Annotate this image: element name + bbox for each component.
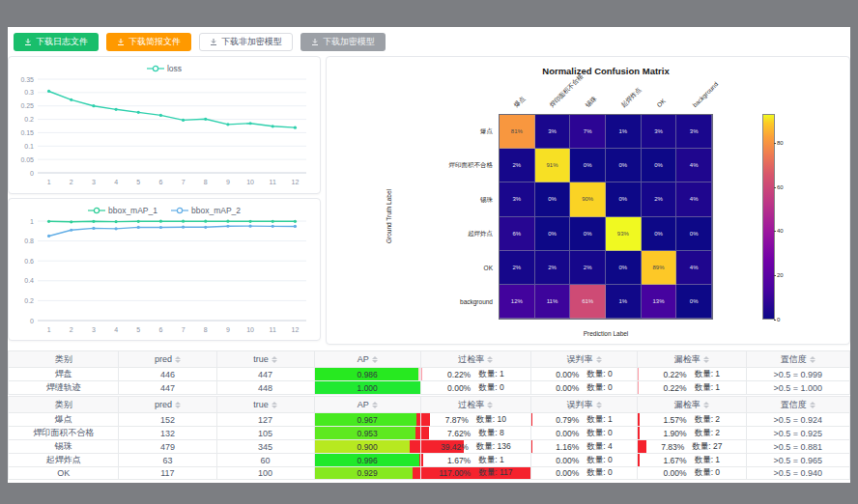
svg-text:10: 10 bbox=[246, 179, 254, 185]
legend-line-icon bbox=[88, 207, 105, 214]
column-header-inner[interactable]: 漏检率 bbox=[638, 353, 746, 366]
rate-pct: 117.00% bbox=[439, 468, 471, 478]
matrix-cell: 4% bbox=[676, 182, 712, 216]
column-header-inner[interactable]: 过检率 bbox=[421, 399, 530, 411]
class-cell: OK bbox=[9, 467, 119, 480]
column-header-label: pred bbox=[155, 400, 172, 409]
legend-item-bbox_mAP_1[interactable]: bbox_mAP_1 bbox=[88, 206, 157, 215]
column-header-inner[interactable]: 误判率 bbox=[531, 399, 637, 411]
column-header-label: true bbox=[253, 400, 269, 409]
matrix-col-label: background bbox=[691, 80, 720, 109]
rate-pct: 0.22% bbox=[664, 383, 687, 393]
rate-pct: 7.83% bbox=[661, 442, 684, 452]
sort-carets-icon[interactable] bbox=[487, 402, 493, 408]
sort-carets-icon[interactable] bbox=[596, 356, 602, 363]
download-log-button[interactable]: 下载日志文件 bbox=[14, 33, 99, 51]
column-header-置信度[interactable]: 置信度 bbox=[746, 351, 849, 368]
ap-cell: 0.967 bbox=[314, 413, 420, 427]
matrix-cell: 11% bbox=[535, 285, 571, 319]
rate-count: 数量: 2 bbox=[695, 428, 720, 439]
download-report-button[interactable]: 下载简报文件 bbox=[106, 33, 191, 51]
missdetect-cell: 1.67%数量: 1 bbox=[638, 454, 747, 467]
main-content: 下载日志文件 下载简报文件 下载非加密模型 下载加密模型 loss 00.050… bbox=[8, 27, 850, 483]
column-header-inner[interactable]: 误判率 bbox=[531, 353, 637, 366]
sort-carets-icon[interactable] bbox=[175, 356, 181, 363]
ap-bar-cell: 1.000 bbox=[315, 381, 420, 394]
svg-text:3: 3 bbox=[92, 326, 96, 333]
rate-count: 数量: 27 bbox=[692, 441, 722, 453]
sort-carets-icon[interactable] bbox=[703, 402, 709, 408]
overdetect-cell: 7.87%数量: 10 bbox=[420, 413, 530, 427]
column-header-过检率[interactable]: 过检率 bbox=[420, 351, 530, 368]
sort-carets-icon[interactable] bbox=[272, 402, 277, 408]
column-header-漏检率[interactable]: 漏检率 bbox=[638, 351, 747, 368]
rate-count: 数量: 0 bbox=[586, 428, 612, 439]
rate-pct: 1.90% bbox=[664, 429, 687, 438]
column-header-inner[interactable]: 过检率 bbox=[421, 353, 530, 366]
download-encrypted-model-button[interactable]: 下载加密模型 bbox=[300, 33, 386, 51]
column-header-inner[interactable]: AP bbox=[315, 354, 420, 364]
column-header-inner[interactable]: 置信度 bbox=[747, 399, 849, 411]
svg-text:11: 11 bbox=[270, 326, 276, 333]
sort-carets-icon[interactable] bbox=[175, 402, 181, 408]
download-unencrypted-model-button[interactable]: 下载非加密模型 bbox=[199, 33, 293, 51]
column-header-true[interactable]: true bbox=[216, 351, 314, 368]
matrix-cell: 13% bbox=[642, 285, 677, 319]
rate-bar-cell: 117.00%数量: 117 bbox=[421, 467, 530, 479]
column-header-inner[interactable]: 漏检率 bbox=[638, 399, 746, 411]
column-header-inner[interactable]: 置信度 bbox=[747, 353, 849, 366]
rate-text: 0.22%数量: 1 bbox=[638, 368, 746, 380]
column-header-过检率[interactable]: 过检率 bbox=[420, 397, 530, 413]
rate-bar-cell: 0.00%数量: 0 bbox=[531, 454, 637, 466]
confusion-matrix-title: Normalized Confusion Matrix bbox=[499, 66, 713, 76]
legend-item-bbox_mAP_2[interactable]: bbox_mAP_2 bbox=[171, 206, 241, 215]
svg-text:5: 5 bbox=[136, 179, 140, 185]
column-header-AP[interactable]: AP bbox=[314, 351, 420, 368]
matrix-cell: 81% bbox=[500, 115, 535, 149]
sort-carets-icon[interactable] bbox=[810, 402, 815, 408]
column-header-true[interactable]: true bbox=[216, 397, 314, 413]
rate-pct: 0.00% bbox=[447, 383, 471, 393]
rate-pct: 1.67% bbox=[447, 456, 471, 465]
true-cell: 105 bbox=[216, 427, 314, 440]
rate-pct: 0.00% bbox=[664, 468, 687, 478]
sort-carets-icon[interactable] bbox=[372, 356, 378, 363]
sort-carets-icon[interactable] bbox=[703, 356, 709, 363]
column-header-inner[interactable]: pred bbox=[119, 354, 215, 364]
matrix-cell: 0% bbox=[606, 182, 642, 216]
class-cell: 锡珠 bbox=[9, 440, 119, 454]
column-header-inner[interactable]: true bbox=[217, 354, 314, 364]
loss-chart: 00.050.10.150.20.250.30.3512345678910111… bbox=[9, 74, 320, 192]
column-header-label: 置信度 bbox=[781, 353, 807, 366]
matrix-col-label: 起焊炸点 bbox=[619, 85, 644, 109]
missdetect-cell: 7.83%数量: 27 bbox=[638, 440, 747, 454]
column-header-AP[interactable]: AP bbox=[314, 397, 420, 413]
matrix-cell: 2% bbox=[500, 251, 535, 285]
ap-bar-cell: 0.953 bbox=[315, 427, 420, 439]
sort-carets-icon[interactable] bbox=[372, 402, 378, 408]
column-header-漏检率[interactable]: 漏检率 bbox=[638, 397, 747, 413]
rate-pct: 7.62% bbox=[447, 429, 471, 438]
sort-carets-icon[interactable] bbox=[272, 356, 277, 363]
sort-carets-icon[interactable] bbox=[596, 402, 602, 408]
column-header-pred[interactable]: pred bbox=[119, 397, 216, 413]
sort-carets-icon[interactable] bbox=[487, 356, 493, 363]
column-header-误判率[interactable]: 误判率 bbox=[531, 397, 638, 413]
misjudge-cell: 0.00%数量: 0 bbox=[531, 454, 638, 467]
column-header-inner[interactable]: pred bbox=[119, 400, 215, 409]
column-header-pred[interactable]: pred bbox=[119, 351, 216, 368]
download-encrypted-model-label: 下载加密模型 bbox=[323, 36, 375, 48]
rate-count: 数量: 0 bbox=[586, 467, 612, 479]
rate-text: 0.00%数量: 0 bbox=[531, 368, 637, 380]
colorbar-tick: 0 bbox=[777, 317, 780, 322]
confusion-matrix-panel: Normalized Confusion Matrix Ground Truth… bbox=[326, 56, 850, 345]
matrix-cell: 0% bbox=[606, 149, 642, 182]
column-header-误判率[interactable]: 误判率 bbox=[531, 351, 638, 368]
sort-carets-icon[interactable] bbox=[810, 356, 815, 363]
column-header-置信度[interactable]: 置信度 bbox=[746, 397, 849, 413]
column-header-inner[interactable]: AP bbox=[315, 400, 420, 409]
rate-bar-cell: 0.00%数量: 0 bbox=[531, 427, 637, 439]
legend-item-loss[interactable]: loss bbox=[147, 64, 182, 73]
column-header-inner[interactable]: true bbox=[217, 400, 314, 409]
ap-cell: 0.986 bbox=[314, 368, 420, 381]
